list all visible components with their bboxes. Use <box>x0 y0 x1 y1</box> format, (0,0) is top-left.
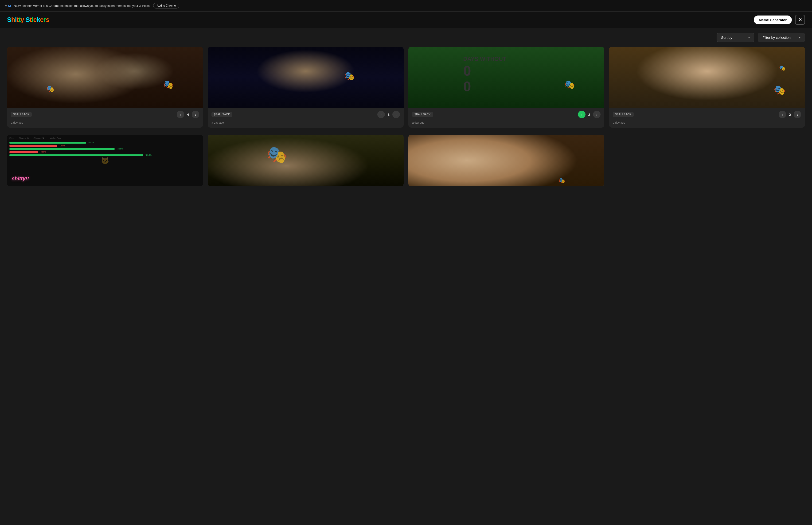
card-1-footer: $BALLSACK ↑ 4 ↓ <box>7 108 203 121</box>
upvote-button-2[interactable]: ↑ <box>377 111 385 118</box>
empty-slot <box>609 135 805 186</box>
card-1-bottom: a day ago <box>7 121 203 127</box>
card-4-bottom: a day ago <box>609 121 805 127</box>
card-2-bottom: a day ago <box>208 121 404 127</box>
meme-tag-1[interactable]: $BALLSACK <box>11 112 32 117</box>
meme-image-5[interactable]: PriceChange %Change 24hMarket Cap +3.64%… <box>7 135 203 186</box>
mm-icon-m1: M <box>5 4 7 7</box>
sort-chevron-icon: ▾ <box>748 36 750 39</box>
sticker-1b: 🎭 <box>46 85 55 93</box>
upvote-button-4[interactable]: ↑ <box>779 111 786 118</box>
card-3-footer: $BALLSACK ↑ 2 ↓ <box>408 108 604 121</box>
meme-tag-4[interactable]: $BALLSACK <box>613 112 634 117</box>
meme-generator-button[interactable]: Meme Generator <box>754 15 792 24</box>
chart-rows: +3.64% -1.86% +2.19% -0.89% <box>10 142 201 156</box>
logo-y: y <box>20 16 24 23</box>
chart-row-4: -0.89% <box>10 151 201 153</box>
meme-grid-row2: PriceChange %Change 24hMarket Cap +3.64%… <box>0 135 812 193</box>
header-actions: Meme Generator ✕ <box>754 15 805 25</box>
header: Shitty Stickers Meme Generator ✕ <box>0 12 812 28</box>
shitty-label: shitty!! <box>12 176 29 182</box>
downvote-button-4[interactable]: ↓ <box>794 111 801 118</box>
crypto-chart: PriceChange %Change 24hMarket Cap +3.64%… <box>7 135 203 186</box>
sticker-7: 🎭 <box>559 178 565 184</box>
vote-section-2: ↑ 3 ↓ <box>377 111 400 118</box>
vote-section-3: ↑ 2 ↓ <box>578 111 600 118</box>
meme-image-6[interactable]: 🎭 <box>208 135 404 186</box>
downvote-button-2[interactable]: ↓ <box>393 111 400 118</box>
vote-count-2: 3 <box>387 112 390 117</box>
meme-card-2: 🎭 $BALLSACK ↑ 3 ↓ a day ago <box>208 47 404 127</box>
meme-card-7: 🎭 <box>408 135 604 186</box>
filter-label: Filter by collection <box>763 35 791 40</box>
filter-by-collection-dropdown[interactable]: Filter by collection ▾ <box>758 33 805 42</box>
chart-row-2: -1.86% <box>10 145 201 147</box>
logo-rs: r <box>44 16 46 23</box>
logo-rs2: s <box>46 16 49 23</box>
x-icon: ✕ <box>798 17 802 22</box>
meme-image-2[interactable]: 🎭 <box>208 47 404 108</box>
logo-ke: k <box>37 16 40 23</box>
meme-image-4[interactable]: 🎭 🎭 <box>609 47 805 108</box>
vote-section-1: ↑ 4 ↓ <box>177 111 199 118</box>
chart-header: PriceChange %Change 24hMarket Cap <box>10 137 201 139</box>
logo-ck: c <box>33 16 37 23</box>
meme-tag-3[interactable]: $BALLSACK <box>412 112 433 117</box>
downvote-button-3[interactable]: ↓ <box>593 111 600 118</box>
timestamp-2: a day ago <box>212 121 224 124</box>
meme-card-5: PriceChange %Change 24hMarket Cap +3.64%… <box>7 135 203 186</box>
meme-card-1: 🎭 🎭 $BALLSACK ↑ 4 ↓ a day ago <box>7 47 203 127</box>
meme-tag-2[interactable]: $BALLSACK <box>212 112 232 117</box>
sticker-1a: 🎭 <box>163 80 174 90</box>
toolbar: Sort by ▾ Filter by collection ▾ <box>0 28 812 44</box>
announcement-bar: MM NEW: Minner Memer is a Chrome extensi… <box>0 0 812 12</box>
sort-by-label: Sort by <box>721 35 732 40</box>
filter-chevron-icon: ▾ <box>799 36 800 39</box>
logo-space <box>24 16 26 23</box>
cat-emoji: 🐱 <box>101 157 109 165</box>
upvote-button-3[interactable]: ↑ <box>578 111 585 118</box>
mm-icon-m2: M <box>8 4 11 8</box>
sticker-6: 🎭 <box>266 145 287 164</box>
meme-image-7[interactable]: 🎭 <box>408 135 604 186</box>
chart-row-3: +2.19% <box>10 148 201 150</box>
logo-h: h <box>11 16 15 23</box>
upvote-button-1[interactable]: ↑ <box>177 111 184 118</box>
logo-s: S <box>7 16 11 23</box>
meme-image-1[interactable]: 🎭 🎭 <box>7 47 203 108</box>
sticker-4a: 🎭 <box>779 65 785 71</box>
site-logo: Shitty Stickers <box>7 16 49 24</box>
logo-ti: t <box>30 16 31 23</box>
vote-section-4: ↑ 2 ↓ <box>779 111 801 118</box>
x-social-button[interactable]: ✕ <box>795 15 805 25</box>
logo-t2: t <box>18 16 20 23</box>
meme-grid-row1: 🎭 🎭 $BALLSACK ↑ 4 ↓ a day ago 🎭 $BALLSAC… <box>0 44 812 135</box>
meme-image-3[interactable]: DAYS WITHOUT 0 0 🎭 <box>408 47 604 108</box>
sticker-3: 🎭 <box>564 80 575 90</box>
timestamp-1: a day ago <box>11 121 23 124</box>
logo-i: i <box>15 16 17 23</box>
timestamp-3: a day ago <box>412 121 425 124</box>
chart-fade <box>7 166 203 186</box>
card-4-footer: $BALLSACK ↑ 2 ↓ <box>609 108 805 121</box>
meme-card-4: 🎭 🎭 $BALLSACK ↑ 2 ↓ a day ago <box>609 47 805 127</box>
add-to-chrome-button[interactable]: Add to Chrome <box>153 3 179 9</box>
announcement-text: NEW: Minner Memer is a Chrome extension … <box>14 4 150 7</box>
chart-row-5: +28.9% <box>10 154 201 156</box>
vote-count-4: 2 <box>788 112 792 117</box>
meme-card-3: DAYS WITHOUT 0 0 🎭 $BALLSACK ↑ 2 ↓ a day… <box>408 47 604 127</box>
logo-t: t <box>17 16 18 23</box>
meme-card-6: 🎭 <box>208 135 404 186</box>
vote-count-3: 2 <box>587 112 591 117</box>
mm-logo-small: MM <box>5 4 11 8</box>
days-text: DAYS WITHOUT 0 0 <box>463 56 506 94</box>
downvote-button-1[interactable]: ↓ <box>192 111 199 118</box>
vote-count-1: 4 <box>186 112 190 117</box>
logo-er: e <box>40 16 44 23</box>
timestamp-4: a day ago <box>613 121 625 124</box>
card-2-footer: $BALLSACK ↑ 3 ↓ <box>208 108 404 121</box>
card-3-bottom: a day ago <box>408 121 604 127</box>
chart-row-1: +3.64% <box>10 142 201 144</box>
sort-by-dropdown[interactable]: Sort by ▾ <box>717 33 754 42</box>
sticker-4b: 🎭 <box>774 85 785 96</box>
